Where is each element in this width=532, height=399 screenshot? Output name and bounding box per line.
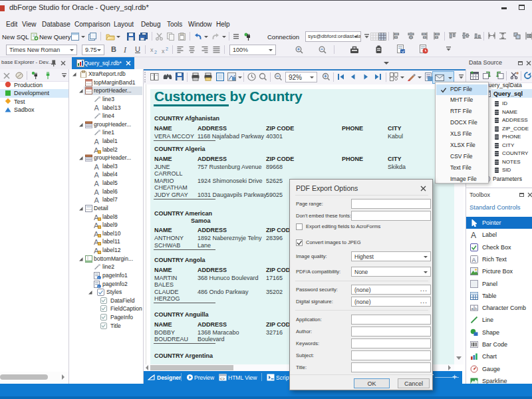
svg-text:A: A: [94, 163, 100, 170]
svg-text:A: A: [94, 171, 100, 178]
svg-text:i: i: [98, 275, 99, 279]
svg-text:A: A: [94, 138, 100, 145]
svg-text:A: A: [94, 104, 100, 111]
svg-text:2: 2: [166, 47, 168, 51]
svg-text:x: x: [162, 48, 165, 54]
svg-text:2: 2: [154, 50, 157, 54]
svg-text:<>: <>: [220, 376, 225, 381]
svg-text:x: x: [150, 47, 154, 53]
svg-text:i: i: [98, 284, 99, 288]
svg-text:A: A: [472, 256, 476, 263]
svg-text:A: A: [94, 196, 100, 203]
svg-text:A: A: [94, 180, 100, 187]
svg-text:A: A: [471, 231, 476, 239]
svg-text:A: A: [94, 188, 100, 196]
